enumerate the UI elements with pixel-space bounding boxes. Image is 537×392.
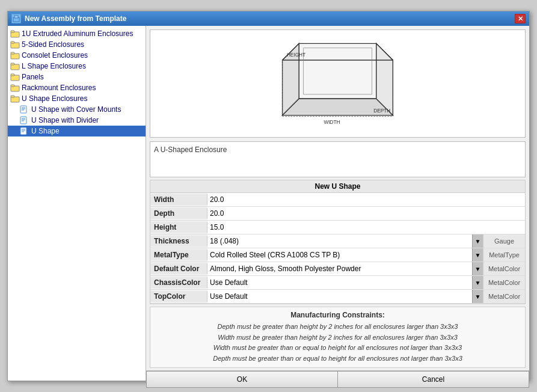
folder-icon [10,51,20,60]
form-label-height: Height [150,222,207,233]
window-icon [11,14,21,23]
doc-icon [20,105,29,114]
ok-button[interactable]: OK [146,371,337,388]
folder-icon [10,84,20,92]
description-text: A U-Shaped Enclosure [154,145,227,154]
folder-icon [10,62,20,70]
title-bar: New Assembly from Template ✕ [8,11,529,26]
sidebar-item-u-shape-cover[interactable]: U Shape with Cover Mounts [8,104,146,115]
form-input-width[interactable] [207,193,525,206]
sidebar-item-l-shape[interactable]: L Shape Enclosures [8,61,146,72]
sidebar-item-1u-extruded[interactable]: 1U Extruded Aluminum Enclosures [8,28,146,39]
form-select-wrapper-metaltype: Cold Rolled Steel (CRS A1008 CS TP B)▼ [207,248,483,262]
dropdown-arrow-thickness[interactable]: ▼ [472,234,483,248]
form-input-depth[interactable] [207,207,525,220]
form-title: New U Shape [150,180,525,193]
folder-icon [10,94,20,103]
form-select-defaultcolor[interactable]: Almond, High Gloss, Smooth Polyester Pow… [207,262,472,275]
constraints-section: Manufacturing Constraints: Depth must be… [150,307,526,368]
form-label-depth: Depth [150,208,207,219]
sidebar-item-label: Rackmount Enclosures [22,84,96,92]
doc-icon [20,116,29,124]
sidebar-item-u-shape-divider[interactable]: U Shape with Divider [8,115,146,126]
form-label-defaultcolor: Default Color [150,263,207,274]
svg-rect-1 [14,16,18,18]
form-row-chassiscolor: ChassisColorUse Default▼MetalColor [150,276,525,290]
svg-rect-16 [20,106,26,113]
unit-label-thickness: Gauge [483,234,525,248]
svg-rect-13 [11,85,14,87]
sidebar-item-label: 5-Sided Enclosures [22,40,84,49]
sidebar-item-label: 1U Extruded Aluminum Enclosures [22,29,133,38]
svg-rect-20 [20,117,26,124]
dropdown-arrow-defaultcolor[interactable]: ▼ [472,262,483,275]
form-input-height[interactable] [207,221,525,234]
svg-rect-11 [11,74,14,76]
sidebar-item-rackmount[interactable]: Rackmount Enclosures [8,82,146,93]
form-row-width: Width [150,193,525,207]
sidebar-item-label: U Shape [31,127,60,135]
unit-label-chassiscolor: MetalColor [483,276,525,289]
svg-rect-24 [20,127,26,135]
sidebar-item-label: Panels [22,73,44,81]
form-select-wrapper-defaultcolor: Almond, High Gloss, Smooth Polyester Pow… [207,262,483,275]
description-area: A U-Shaped Enclosure [150,141,526,177]
form-select-wrapper-chassiscolor: Use Default▼ [207,276,483,289]
constraint-line: Width must be greater than height by 2 i… [154,332,521,343]
svg-rect-9 [11,63,14,65]
unit-label-defaultcolor: MetalColor [483,262,525,275]
close-button[interactable]: ✕ [515,14,526,23]
svg-text:HEIGHT: HEIGHT [287,52,305,58]
folder-icon [10,73,20,81]
right-panel: HEIGHT WIDTH DEPTH A U-Shaped Enclosure … [146,26,529,381]
form-label-width: Width [150,194,207,205]
form-select-wrapper-topcolor: Use Default▼ [207,290,483,303]
svg-marker-28 [299,43,376,99]
button-row: OK Cancel [146,370,529,388]
form-select-chassiscolor[interactable]: Use Default [207,276,472,289]
sidebar-item-u-shape[interactable]: U Shape [8,126,146,136]
form-select-wrapper-thickness: 18 (.048)▼ [207,234,483,248]
sidebar-tree: 1U Extruded Aluminum Enclosures5-Sided E… [8,26,146,381]
sidebar-item-u-shape-enc[interactable]: U Shape Enclosures [8,93,146,104]
svg-rect-15 [11,96,14,97]
form-section: New U Shape WidthDepthHeightThickness18 … [150,180,526,304]
doc-icon [20,127,29,135]
sidebar-item-5-sided[interactable]: 5-Sided Enclosures [8,39,146,50]
main-window: New Assembly from Template ✕ 1U Extruded… [7,11,530,381]
sidebar-item-label: L Shape Enclosures [22,62,86,70]
folder-icon [10,40,20,49]
form-label-metaltype: MetalType [150,250,207,260]
form-select-topcolor[interactable]: Use Default [207,290,472,303]
unit-label-metaltype: MetalType [483,248,525,262]
form-label-topcolor: TopColor [150,291,207,302]
svg-rect-7 [11,52,14,54]
constraint-line: Depth must be greater than height by 2 i… [154,322,521,332]
main-content: 1U Extruded Aluminum Enclosures5-Sided E… [8,26,529,381]
sidebar-item-consolet[interactable]: Consolet Enclosures [8,50,146,61]
svg-text:DEPTH: DEPTH [373,108,390,114]
dropdown-arrow-chassiscolor[interactable]: ▼ [472,276,483,289]
enclosure-preview: HEIGHT WIDTH DEPTH [150,29,526,138]
dropdown-arrow-metaltype[interactable]: ▼ [472,248,483,262]
svg-rect-3 [11,31,14,32]
sidebar-item-panels[interactable]: Panels [8,72,146,82]
svg-text:WIDTH: WIDTH [324,120,340,125]
form-row-height: Height [150,221,525,234]
constraint-line: Depth must be greater than or equal to h… [154,354,521,364]
sidebar-item-label: Consolet Enclosures [22,51,88,60]
dropdown-arrow-topcolor[interactable]: ▼ [472,290,483,303]
sidebar-item-label: U Shape with Divider [31,116,99,124]
constraint-line: Width must be greater than or equal to h… [154,343,521,354]
title-bar-left: New Assembly from Template [11,14,126,23]
cancel-button[interactable]: Cancel [337,371,529,388]
form-label-thickness: Thickness [150,236,207,247]
form-select-metaltype[interactable]: Cold Rolled Steel (CRS A1008 CS TP B) [207,248,472,262]
form-row-thickness: Thickness18 (.048)▼Gauge [150,234,525,248]
form-label-chassiscolor: ChassisColor [150,277,207,288]
svg-rect-5 [11,41,14,43]
window-title: New Assembly from Template [25,14,126,23]
form-select-thickness[interactable]: 18 (.048) [207,234,472,248]
constraints-title: Manufacturing Constraints: [154,311,521,319]
form-row-metaltype: MetalTypeCold Rolled Steel (CRS A1008 CS… [150,248,525,262]
